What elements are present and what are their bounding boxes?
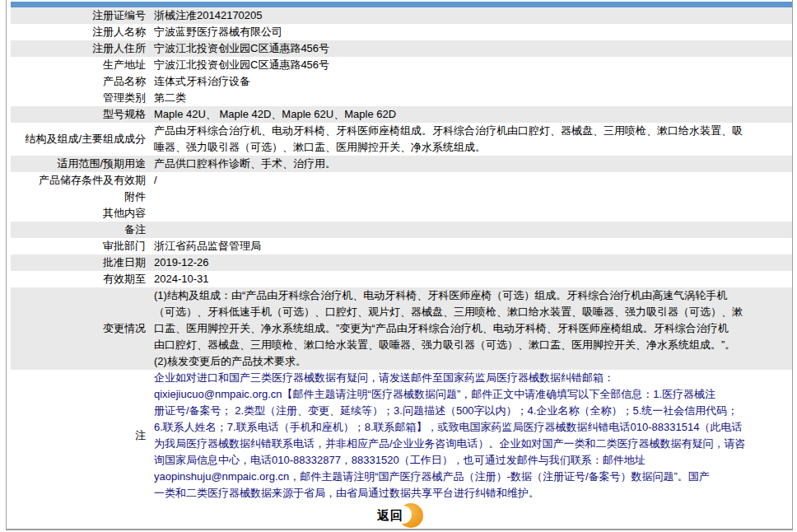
return-button[interactable]: 返回 xyxy=(375,502,423,529)
table-row-management-class: 管理类别 第二类 xyxy=(11,90,792,106)
table-row-registrant-name: 注册人名称 宁波蓝野医疗器械有限公司 xyxy=(11,24,792,40)
table-row-production-address: 生产地址 宁波江北投资创业园C区通惠路456号 xyxy=(11,57,792,73)
field-label: 有效期至 xyxy=(11,271,149,287)
table-row-note: 注 企业如对进口和国产三类医疗器械数据有疑问，请发送邮件至国家药监局医疗器械数据… xyxy=(11,370,792,502)
field-label: 附件 xyxy=(11,189,149,205)
field-label: 生产地址 xyxy=(11,57,149,73)
field-label: 适用范围/预期用途 xyxy=(11,156,149,172)
table-row-model-spec: 型号规格 Maple 42U、 Maple 42D、Maple 62U、Mapl… xyxy=(11,106,792,123)
table-row-change-history: 变更情况 (1)结构及组成：由“产品由牙科综合治疗机、电动牙科椅、牙科医师座椅（… xyxy=(11,287,792,370)
field-value: 连体式牙科治疗设备 xyxy=(149,73,792,90)
table-row-registrant-address: 注册人住所 宁波江北投资创业园C区通惠路456号 xyxy=(11,40,792,57)
field-value xyxy=(149,222,792,238)
table-row-certificate-number: 注册证编号 浙械注准20142170205 xyxy=(11,7,792,24)
field-label: 备注 xyxy=(11,222,149,238)
field-value: 企业如对进口和国产三类医疗器械数据有疑问，请发送邮件至国家药监局医疗器械数据纠错… xyxy=(149,370,792,502)
field-label: 管理类别 xyxy=(11,90,149,106)
field-label: 批准日期 xyxy=(11,254,149,271)
field-value: (1)结构及组成：由“产品由牙科综合治疗机、电动牙科椅、牙科医师座椅（可选）组成… xyxy=(149,287,792,370)
field-label: 结构及组成/主要组成成分 xyxy=(11,123,149,156)
field-label: 产品储存条件及有效期 xyxy=(11,172,149,189)
table-header-bar xyxy=(11,2,792,7)
field-value: 2024-10-31 xyxy=(149,271,792,287)
field-value: 宁波江北投资创业园C区通惠路456号 xyxy=(149,40,792,57)
field-value: 浙江省药品监督管理局 xyxy=(149,238,792,254)
field-label: 产品名称 xyxy=(11,73,149,90)
field-label: 变更情况 xyxy=(11,287,149,370)
field-value: 产品供口腔科作诊断、手术、治疗用。 xyxy=(149,156,792,172)
table-row-valid-until: 有效期至 2024-10-31 xyxy=(11,271,792,287)
table-row-other-content: 其他内容 xyxy=(11,205,792,222)
field-label: 注 xyxy=(11,370,149,502)
footer: 返回 xyxy=(7,502,792,530)
table-row-remarks: 备注 xyxy=(11,222,792,238)
field-value xyxy=(149,205,792,222)
field-value: 浙械注准20142170205 xyxy=(149,7,792,24)
field-label: 其他内容 xyxy=(11,205,149,222)
field-value: 第二类 xyxy=(149,90,792,106)
field-value: / xyxy=(149,172,792,189)
field-label: 注册人名称 xyxy=(11,24,149,40)
table-row-product-name: 产品名称 连体式牙科治疗设备 xyxy=(11,73,792,90)
table-row-approval-date: 批准日期 2019-12-26 xyxy=(11,254,792,271)
registration-detail-page: 注册证编号 浙械注准20142170205 注册人名称 宁波蓝野医疗器械有限公司… xyxy=(6,0,793,530)
field-value: 2019-12-26 xyxy=(149,254,792,271)
registration-table: 注册证编号 浙械注准20142170205 注册人名称 宁波蓝野医疗器械有限公司… xyxy=(11,7,792,502)
table-row-intended-use: 适用范围/预期用途 产品供口腔科作诊断、手术、治疗用。 xyxy=(11,156,792,172)
field-value: Maple 42U、 Maple 42D、Maple 62U、Maple 62D xyxy=(149,106,792,123)
field-value: 宁波江北投资创业园C区通惠路456号 xyxy=(149,57,792,73)
field-value: 产品由牙科综合治疗机、电动牙科椅、牙科医师座椅组成。牙科综合治疗机由口腔灯、器械… xyxy=(149,123,792,156)
field-value xyxy=(149,189,792,205)
field-label: 注册证编号 xyxy=(11,7,149,24)
table-row-structure-composition: 结构及组成/主要组成成分 产品由牙科综合治疗机、电动牙科椅、牙科医师座椅组成。牙… xyxy=(11,123,792,156)
field-label: 型号规格 xyxy=(11,106,149,123)
table-row-approval-department: 审批部门 浙江省药品监督管理局 xyxy=(11,238,792,254)
field-value: 宁波蓝野医疗器械有限公司 xyxy=(149,24,792,40)
table-row-storage-validity: 产品储存条件及有效期 / xyxy=(11,172,792,189)
table-row-attachments: 附件 xyxy=(11,189,792,205)
field-label: 审批部门 xyxy=(11,238,149,254)
field-label: 注册人住所 xyxy=(11,40,149,57)
return-button-label: 返回 xyxy=(377,508,403,524)
